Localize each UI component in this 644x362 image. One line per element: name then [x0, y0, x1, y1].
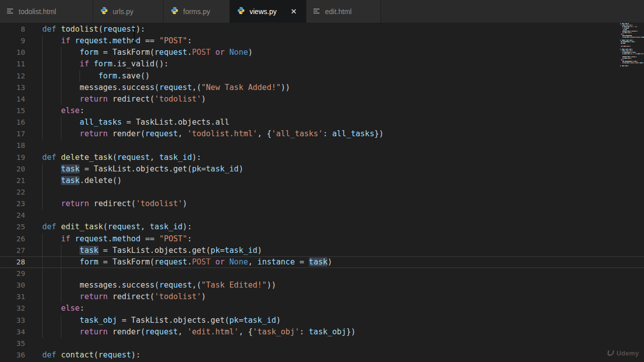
code-line[interactable]: 20 task = TaskList.objects.get(pk=task_i…	[0, 163, 644, 175]
code-text: else:	[25, 303, 85, 314]
code-text: task.delete()	[25, 175, 122, 187]
code-text: if form.is_valid():	[25, 58, 169, 70]
line-number[interactable]: 22	[0, 187, 25, 198]
code-text: if request.method == "POST":	[25, 35, 192, 47]
close-icon[interactable]: ✕	[288, 7, 299, 16]
code-line[interactable]: 11 if form.is_valid():	[0, 58, 644, 70]
code-line[interactable]: 27 task = TaskList.objects.get(pk=task_i…	[0, 245, 644, 256]
line-number[interactable]: 14	[0, 94, 25, 105]
code-text	[25, 338, 42, 349]
line-number[interactable]: 36	[0, 349, 25, 361]
code-line[interactable]: 31 return redirect('todolist')	[0, 291, 644, 303]
line-number[interactable]: 11	[0, 58, 25, 70]
tab-label: forms.py	[183, 8, 210, 16]
code-text: def todolist(request):	[25, 24, 145, 35]
code-line[interactable]: 23 return redirect('todolist')	[0, 198, 644, 210]
line-number[interactable]: 9	[0, 35, 25, 47]
code-text: def delete_task(request, task_id):	[25, 152, 201, 163]
html-file-icon	[313, 8, 320, 16]
code-text	[25, 187, 42, 198]
code-line[interactable]: 26 if request.method == "POST":	[0, 233, 644, 245]
tab-forms-py[interactable]: forms.py	[164, 0, 230, 23]
code-line[interactable]: 16 all_tasks = TaskList.objects.all	[0, 117, 644, 128]
code-line[interactable]: 22	[0, 187, 644, 198]
line-number[interactable]: 18	[0, 140, 25, 151]
code-text: if request.method == "POST":	[25, 233, 192, 245]
code-text: task = TaskList.objects.get(pk=task_id)	[25, 163, 244, 175]
tab-views-py[interactable]: views.py ✕	[230, 0, 306, 23]
code-text: messages.success(request,("New Task Adde…	[25, 82, 290, 94]
code-line[interactable]: 12 form.save()	[0, 70, 644, 82]
code-text: return redirect('todolist')	[25, 94, 206, 105]
line-number[interactable]: 12	[0, 70, 25, 82]
code-line[interactable]: 28 form = TaskForm(request.POST or None,…	[0, 256, 644, 268]
tab-urls-py[interactable]: urls.py	[93, 0, 164, 23]
line-number[interactable]: 17	[0, 128, 25, 140]
code-line[interactable]: 29	[0, 268, 644, 280]
line-number[interactable]: 35	[0, 338, 25, 349]
code-line[interactable]: 33 task_obj = TaskList.objects.get(pk=ta…	[0, 315, 644, 326]
html-file-icon	[7, 8, 14, 16]
code-line[interactable]: 24	[0, 210, 644, 221]
code-text: return redirect('todolist')	[25, 291, 206, 303]
code-text: form = TaskForm(request.POST or None)	[25, 47, 253, 58]
python-icon	[171, 7, 179, 16]
code-text: messages.success(request,("Task Edited!"…	[25, 280, 276, 291]
tab-todolist-html[interactable]: todolist.html	[0, 0, 93, 23]
line-number[interactable]: 30	[0, 280, 25, 291]
code-line[interactable]: 14 return redirect('todolist')	[0, 94, 644, 105]
code-line[interactable]: 36def contact(request):	[0, 349, 644, 361]
code-text: form = TaskForm(request.POST or None, in…	[25, 256, 332, 268]
code-line[interactable]: 34 return render(request, 'edit.html', {…	[0, 326, 644, 338]
code-line[interactable]: 9 if request.method == "POST":	[0, 35, 644, 47]
line-number[interactable]: 8	[0, 24, 25, 35]
code-line[interactable]: 17 return render(request, 'todolist.html…	[0, 128, 644, 140]
tab-edit-html[interactable]: edit.html	[306, 0, 381, 23]
line-number[interactable]: 13	[0, 82, 25, 94]
text-cursor	[132, 28, 137, 43]
code-text	[25, 268, 42, 280]
indent-guide	[42, 187, 43, 198]
code-line[interactable]: 25def edit_task(request, task_id):	[0, 221, 644, 233]
code-line[interactable]: 15 else:	[0, 105, 644, 117]
line-number[interactable]: 23	[0, 198, 25, 210]
editor-tab-bar: todolist.html urls.py forms.py views.py	[0, 0, 644, 23]
watermark-label: Udemy	[616, 349, 639, 357]
code-line[interactable]: 10 form = TaskForm(request.POST or None)	[0, 47, 644, 58]
code-editor[interactable]: 8def todolist(request):9 if request.meth…	[0, 23, 644, 362]
line-number[interactable]: 33	[0, 315, 25, 326]
code-line[interactable]: 21 task.delete()	[0, 175, 644, 187]
code-line[interactable]: 18	[0, 140, 644, 151]
line-number[interactable]: 31	[0, 291, 25, 303]
tab-label: todolist.html	[19, 8, 56, 16]
code-line[interactable]: 19def delete_task(request, task_id):	[0, 152, 644, 163]
line-number[interactable]: 27	[0, 245, 25, 256]
tab-label: urls.py	[113, 8, 133, 16]
line-number[interactable]: 20	[0, 163, 25, 175]
line-number[interactable]: 10	[0, 47, 25, 58]
code-line[interactable]: 30 messages.success(request,("Task Edite…	[0, 280, 644, 291]
line-number[interactable]: 25	[0, 221, 25, 233]
minimap[interactable]	[620, 23, 643, 67]
code-line[interactable]: 32 else:	[0, 303, 644, 314]
line-number[interactable]: 19	[0, 152, 25, 163]
line-number[interactable]: 24	[0, 210, 25, 221]
line-number[interactable]: 28	[0, 256, 25, 268]
code-text: task_obj = TaskList.objects.get(pk=task_…	[25, 315, 281, 326]
code-text: def contact(request):	[25, 349, 140, 361]
code-text: return render(request, 'todolist.html', …	[25, 128, 384, 140]
line-number[interactable]: 29	[0, 268, 25, 280]
line-number[interactable]: 32	[0, 303, 25, 314]
line-number[interactable]: 16	[0, 117, 25, 128]
line-number[interactable]: 34	[0, 326, 25, 338]
line-number[interactable]: 21	[0, 175, 25, 187]
code-line[interactable]: 35	[0, 338, 644, 349]
line-number[interactable]: 26	[0, 233, 25, 245]
code-line[interactable]: 13 messages.success(request,("New Task A…	[0, 82, 644, 94]
code-line[interactable]: 8def todolist(request):	[0, 24, 644, 35]
line-number[interactable]: 15	[0, 105, 25, 117]
python-icon	[100, 7, 108, 16]
code-text: def edit_task(request, task_id):	[25, 221, 192, 233]
code-text: task = TaskList.objects.get(pk=task_id)	[25, 245, 262, 256]
indent-guide	[61, 268, 61, 280]
